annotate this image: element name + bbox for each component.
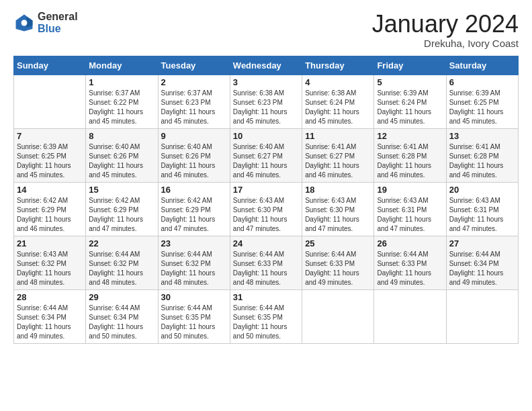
calendar-cell: 16Sunrise: 6:42 AMSunset: 6:29 PMDayligh… bbox=[158, 182, 230, 236]
calendar-cell: 13Sunrise: 6:41 AMSunset: 6:28 PMDayligh… bbox=[446, 128, 518, 182]
day-detail: Sunrise: 6:42 AMSunset: 6:29 PMDaylight:… bbox=[89, 196, 154, 234]
calendar-cell: 22Sunrise: 6:44 AMSunset: 6:32 PMDayligh… bbox=[86, 236, 158, 289]
calendar-cell: 25Sunrise: 6:44 AMSunset: 6:33 PMDayligh… bbox=[302, 236, 374, 289]
day-number: 10 bbox=[233, 131, 299, 141]
day-number: 14 bbox=[17, 185, 83, 195]
header-wednesday: Wednesday bbox=[230, 56, 302, 75]
day-detail: Sunrise: 6:44 AMSunset: 6:33 PMDaylight:… bbox=[377, 250, 443, 287]
calendar-cell: 17Sunrise: 6:43 AMSunset: 6:30 PMDayligh… bbox=[230, 182, 302, 236]
day-detail: Sunrise: 6:44 AMSunset: 6:33 PMDaylight:… bbox=[305, 250, 371, 287]
calendar-cell: 19Sunrise: 6:43 AMSunset: 6:31 PMDayligh… bbox=[374, 182, 446, 236]
day-detail: Sunrise: 6:40 AMSunset: 6:26 PMDaylight:… bbox=[161, 142, 227, 180]
day-number: 4 bbox=[305, 77, 371, 87]
day-detail: Sunrise: 6:44 AMSunset: 6:34 PMDaylight:… bbox=[17, 304, 83, 341]
calendar-cell: 7Sunrise: 6:39 AMSunset: 6:25 PMDaylight… bbox=[14, 128, 86, 182]
page: General Blue January 2024 Drekuha, Ivory… bbox=[0, 0, 532, 411]
calendar-cell bbox=[14, 75, 86, 128]
header-tuesday: Tuesday bbox=[158, 56, 230, 75]
logo-blue-text: Blue bbox=[38, 23, 78, 35]
day-detail: Sunrise: 6:37 AMSunset: 6:23 PMDaylight:… bbox=[161, 89, 227, 126]
calendar-cell: 10Sunrise: 6:40 AMSunset: 6:27 PMDayligh… bbox=[230, 128, 302, 182]
calendar-table: Sunday Monday Tuesday Wednesday Thursday… bbox=[13, 56, 519, 344]
logo-icon bbox=[13, 12, 35, 34]
calendar-title: January 2024 bbox=[372, 11, 519, 38]
day-detail: Sunrise: 6:37 AMSunset: 6:22 PMDaylight:… bbox=[89, 89, 154, 126]
calendar-week-row: 21Sunrise: 6:43 AMSunset: 6:32 PMDayligh… bbox=[14, 236, 519, 289]
header-saturday: Saturday bbox=[446, 56, 518, 75]
day-number: 27 bbox=[449, 238, 515, 248]
calendar-cell: 12Sunrise: 6:41 AMSunset: 6:28 PMDayligh… bbox=[374, 128, 446, 182]
day-detail: Sunrise: 6:41 AMSunset: 6:28 PMDaylight:… bbox=[449, 142, 515, 180]
day-detail: Sunrise: 6:43 AMSunset: 6:31 PMDaylight:… bbox=[377, 196, 443, 234]
header-thursday: Thursday bbox=[302, 56, 374, 75]
calendar-cell: 28Sunrise: 6:44 AMSunset: 6:34 PMDayligh… bbox=[14, 289, 86, 343]
day-number: 31 bbox=[233, 292, 299, 302]
header-monday: Monday bbox=[86, 56, 158, 75]
logo-text: General Blue bbox=[38, 11, 78, 34]
calendar-cell: 14Sunrise: 6:42 AMSunset: 6:29 PMDayligh… bbox=[14, 182, 86, 236]
calendar-cell: 9Sunrise: 6:40 AMSunset: 6:26 PMDaylight… bbox=[158, 128, 230, 182]
header-friday: Friday bbox=[374, 56, 446, 75]
calendar-cell: 30Sunrise: 6:44 AMSunset: 6:35 PMDayligh… bbox=[158, 289, 230, 343]
calendar-cell: 27Sunrise: 6:44 AMSunset: 6:34 PMDayligh… bbox=[446, 236, 518, 289]
day-number: 9 bbox=[161, 131, 227, 141]
calendar-cell: 6Sunrise: 6:39 AMSunset: 6:25 PMDaylight… bbox=[446, 75, 518, 128]
day-number: 5 bbox=[377, 77, 443, 87]
logo-general-text: General bbox=[38, 11, 78, 23]
day-detail: Sunrise: 6:41 AMSunset: 6:27 PMDaylight:… bbox=[305, 142, 371, 180]
calendar-cell: 23Sunrise: 6:44 AMSunset: 6:32 PMDayligh… bbox=[158, 236, 230, 289]
calendar-cell: 20Sunrise: 6:43 AMSunset: 6:31 PMDayligh… bbox=[446, 182, 518, 236]
header-sunday: Sunday bbox=[14, 56, 86, 75]
day-detail: Sunrise: 6:38 AMSunset: 6:23 PMDaylight:… bbox=[233, 89, 299, 126]
day-number: 6 bbox=[449, 77, 515, 87]
day-number: 30 bbox=[161, 292, 227, 302]
calendar-header-row: Sunday Monday Tuesday Wednesday Thursday… bbox=[14, 56, 519, 75]
calendar-week-row: 7Sunrise: 6:39 AMSunset: 6:25 PMDaylight… bbox=[14, 128, 519, 182]
svg-point-2 bbox=[21, 19, 28, 26]
day-number: 23 bbox=[161, 238, 227, 248]
day-number: 26 bbox=[377, 238, 443, 248]
day-detail: Sunrise: 6:42 AMSunset: 6:29 PMDaylight:… bbox=[17, 196, 83, 234]
calendar-cell: 21Sunrise: 6:43 AMSunset: 6:32 PMDayligh… bbox=[14, 236, 86, 289]
calendar-week-row: 14Sunrise: 6:42 AMSunset: 6:29 PMDayligh… bbox=[14, 182, 519, 236]
day-detail: Sunrise: 6:43 AMSunset: 6:30 PMDaylight:… bbox=[233, 196, 299, 234]
calendar-cell: 3Sunrise: 6:38 AMSunset: 6:23 PMDaylight… bbox=[230, 75, 302, 128]
calendar-location: Drekuha, Ivory Coast bbox=[372, 38, 519, 49]
day-number: 18 bbox=[305, 185, 371, 195]
day-number: 16 bbox=[161, 185, 227, 195]
calendar-cell: 26Sunrise: 6:44 AMSunset: 6:33 PMDayligh… bbox=[374, 236, 446, 289]
calendar-cell: 8Sunrise: 6:40 AMSunset: 6:26 PMDaylight… bbox=[86, 128, 158, 182]
day-number: 28 bbox=[17, 292, 83, 302]
day-detail: Sunrise: 6:44 AMSunset: 6:32 PMDaylight:… bbox=[161, 250, 227, 287]
day-number: 7 bbox=[17, 131, 83, 141]
calendar-cell bbox=[446, 289, 518, 343]
calendar-cell: 18Sunrise: 6:43 AMSunset: 6:30 PMDayligh… bbox=[302, 182, 374, 236]
calendar-cell: 4Sunrise: 6:38 AMSunset: 6:24 PMDaylight… bbox=[302, 75, 374, 128]
calendar-cell bbox=[302, 289, 374, 343]
day-detail: Sunrise: 6:44 AMSunset: 6:35 PMDaylight:… bbox=[161, 304, 227, 341]
day-detail: Sunrise: 6:38 AMSunset: 6:24 PMDaylight:… bbox=[305, 89, 371, 126]
day-detail: Sunrise: 6:40 AMSunset: 6:27 PMDaylight:… bbox=[233, 142, 299, 180]
calendar-cell: 5Sunrise: 6:39 AMSunset: 6:24 PMDaylight… bbox=[374, 75, 446, 128]
calendar-cell bbox=[374, 289, 446, 343]
day-detail: Sunrise: 6:41 AMSunset: 6:28 PMDaylight:… bbox=[377, 142, 443, 180]
calendar-cell: 11Sunrise: 6:41 AMSunset: 6:27 PMDayligh… bbox=[302, 128, 374, 182]
day-number: 19 bbox=[377, 185, 443, 195]
day-number: 1 bbox=[89, 77, 154, 87]
day-detail: Sunrise: 6:42 AMSunset: 6:29 PMDaylight:… bbox=[161, 196, 227, 234]
day-detail: Sunrise: 6:44 AMSunset: 6:34 PMDaylight:… bbox=[449, 250, 515, 287]
day-number: 29 bbox=[89, 292, 154, 302]
calendar-cell: 24Sunrise: 6:44 AMSunset: 6:33 PMDayligh… bbox=[230, 236, 302, 289]
day-number: 3 bbox=[233, 77, 299, 87]
logo: General Blue bbox=[13, 11, 78, 34]
day-number: 2 bbox=[161, 77, 227, 87]
header: General Blue January 2024 Drekuha, Ivory… bbox=[13, 11, 519, 49]
calendar-cell: 31Sunrise: 6:44 AMSunset: 6:35 PMDayligh… bbox=[230, 289, 302, 343]
day-number: 24 bbox=[233, 238, 299, 248]
day-detail: Sunrise: 6:40 AMSunset: 6:26 PMDaylight:… bbox=[89, 142, 154, 180]
day-detail: Sunrise: 6:43 AMSunset: 6:32 PMDaylight:… bbox=[17, 250, 83, 287]
calendar-week-row: 1Sunrise: 6:37 AMSunset: 6:22 PMDaylight… bbox=[14, 75, 519, 128]
day-number: 21 bbox=[17, 238, 83, 248]
day-detail: Sunrise: 6:44 AMSunset: 6:32 PMDaylight:… bbox=[89, 250, 154, 287]
calendar-week-row: 28Sunrise: 6:44 AMSunset: 6:34 PMDayligh… bbox=[14, 289, 519, 343]
